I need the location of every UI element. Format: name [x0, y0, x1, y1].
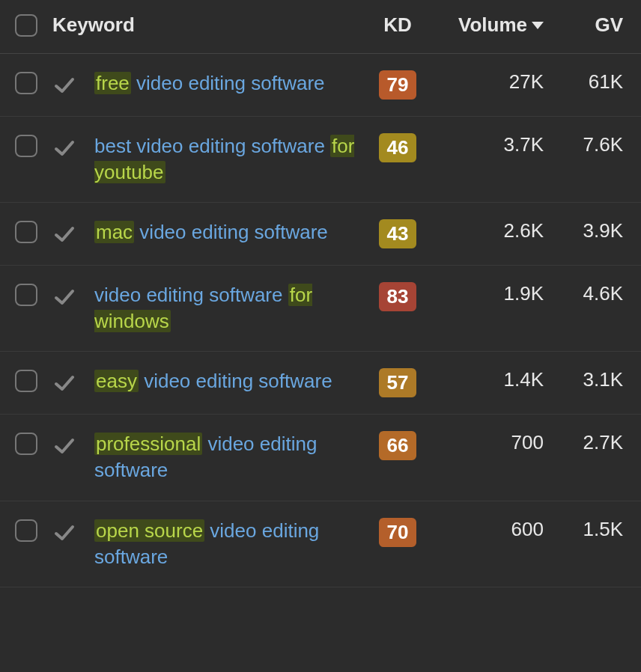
column-header-kd[interactable]: KD	[364, 13, 431, 37]
kd-badge: 83	[379, 282, 416, 311]
keyword-highlight: open source	[94, 519, 204, 542]
table-row: professional video editing software66700…	[0, 415, 641, 501]
volume-value: 1.4K	[504, 368, 544, 391]
column-header-gv[interactable]: GV	[544, 13, 626, 37]
table-row: easy video editing software571.4K3.1K	[0, 352, 641, 415]
status-cell	[52, 368, 94, 395]
checkmark-icon[interactable]	[52, 285, 76, 309]
keyword-header-label: Keyword	[52, 13, 135, 36]
kd-header-label: KD	[383, 13, 412, 36]
status-cell	[52, 133, 94, 160]
volume-header-label: Volume	[458, 13, 527, 37]
volume-value: 27K	[509, 70, 544, 93]
table-row: free video editing software7927K61K	[0, 54, 641, 117]
keyword-highlight: easy	[94, 370, 139, 392]
keyword-link[interactable]: video editing software for windows	[94, 284, 312, 332]
kd-badge: 70	[379, 518, 416, 547]
gv-header-label: GV	[595, 13, 623, 36]
kd-badge: 79	[379, 70, 416, 100]
row-checkbox[interactable]	[15, 519, 37, 542]
table-row: mac video editing software432.6K3.9K	[0, 203, 641, 266]
volume-value: 2.6K	[504, 219, 544, 242]
gv-value: 3.9K	[583, 219, 624, 242]
checkmark-icon[interactable]	[52, 222, 76, 246]
checkmark-icon[interactable]	[52, 371, 76, 395]
row-checkbox[interactable]	[15, 72, 37, 94]
checkmark-icon[interactable]	[52, 136, 76, 160]
gv-value: 2.7K	[583, 431, 624, 453]
kd-badge: 46	[379, 133, 416, 162]
checkmark-icon[interactable]	[52, 73, 76, 97]
keyword-text-part: video editing software	[94, 284, 288, 306]
keyword-highlight: free	[94, 72, 131, 94]
checkmark-icon[interactable]	[52, 521, 76, 545]
column-header-keyword[interactable]: Keyword	[52, 13, 364, 37]
row-checkbox[interactable]	[15, 135, 37, 157]
keyword-link[interactable]: best video editing software for youtube	[94, 135, 354, 183]
keyword-text-part: video editing software	[139, 370, 332, 392]
gv-value: 7.6K	[583, 133, 624, 156]
keyword-table: Keyword KD Volume GV free video editing …	[0, 0, 641, 587]
keyword-link[interactable]: free video editing software	[94, 72, 325, 94]
row-checkbox[interactable]	[15, 221, 37, 243]
table-row: best video editing software for youtube4…	[0, 117, 641, 203]
keyword-link[interactable]: mac video editing software	[94, 221, 328, 243]
gv-value: 4.6K	[583, 282, 624, 305]
status-cell	[52, 431, 94, 458]
status-cell	[52, 518, 94, 545]
table-header: Keyword KD Volume GV	[0, 0, 641, 54]
volume-value: 700	[511, 431, 544, 453]
row-checkbox[interactable]	[15, 284, 37, 306]
row-checkbox[interactable]	[15, 370, 37, 392]
sort-desc-icon	[532, 22, 544, 29]
keyword-text-part: best video editing software	[94, 135, 330, 157]
kd-badge: 57	[379, 368, 416, 397]
gv-value: 1.5K	[583, 518, 624, 540]
status-cell	[52, 219, 94, 246]
kd-badge: 66	[379, 431, 416, 460]
table-row: open source video editing software706001…	[0, 501, 641, 587]
volume-value: 600	[511, 518, 544, 540]
keyword-highlight: mac	[94, 221, 134, 243]
status-cell	[52, 70, 94, 97]
select-all-checkbox[interactable]	[15, 14, 37, 37]
checkmark-icon[interactable]	[52, 434, 76, 458]
keyword-highlight: professional	[94, 433, 202, 455]
keyword-link[interactable]: easy video editing software	[94, 370, 332, 392]
table-row: video editing software for windows831.9K…	[0, 266, 641, 352]
gv-value: 3.1K	[583, 368, 624, 391]
keyword-link[interactable]: open source video editing software	[94, 519, 319, 568]
column-header-volume[interactable]: Volume	[431, 13, 544, 37]
gv-value: 61K	[589, 70, 623, 93]
keyword-link[interactable]: professional video editing software	[94, 433, 317, 481]
volume-value: 3.7K	[504, 133, 544, 156]
kd-badge: 43	[379, 219, 416, 248]
volume-value: 1.9K	[504, 282, 544, 305]
status-cell	[52, 282, 94, 309]
keyword-text-part: video editing software	[134, 221, 328, 243]
keyword-text-part: video editing software	[131, 72, 325, 94]
row-checkbox[interactable]	[15, 433, 37, 455]
